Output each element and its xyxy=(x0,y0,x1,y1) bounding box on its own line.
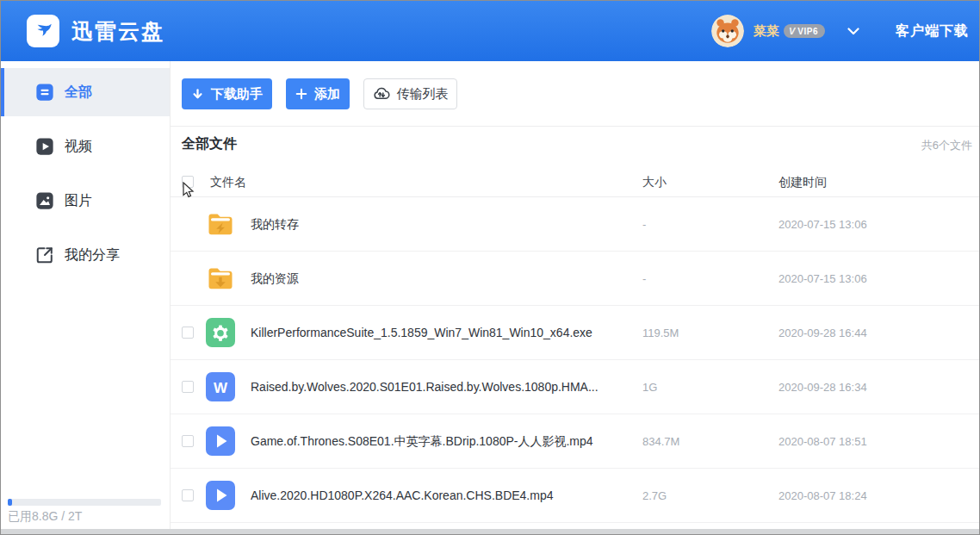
vip-level-label: VIP6 xyxy=(797,27,818,36)
select-all-checkbox[interactable] xyxy=(182,176,194,188)
file-name[interactable]: KillerPerformanceSuite_1.5.1859_Win7_Win… xyxy=(251,306,592,360)
sidebar-item-label: 我的分享 xyxy=(65,246,120,264)
file-list: 我的转存-2020-07-15 13:06我的资源-2020-07-15 13:… xyxy=(171,197,979,523)
file-date: 2020-09-28 16:34 xyxy=(778,360,867,414)
file-size: 119.5M xyxy=(642,306,679,360)
row-checkbox[interactable] xyxy=(182,489,194,501)
video-icon xyxy=(35,137,54,156)
section-title: 全部文件 xyxy=(182,135,237,153)
table-row[interactable]: 我的资源-2020-07-15 13:06 xyxy=(171,252,979,306)
transfer-list-button[interactable]: 传输列表 xyxy=(363,78,457,109)
table-row[interactable]: Alive.2020.HD1080P.X264.AAC.Korean.CHS.B… xyxy=(171,469,979,523)
chevron-down-icon[interactable] xyxy=(847,28,859,35)
column-header-created[interactable]: 创建时间 xyxy=(778,175,827,190)
table-row[interactable]: Game.of.Thrones.S08E01.中英字幕.BDrip.1080P-… xyxy=(171,414,979,469)
folder-transfer-icon xyxy=(205,208,236,240)
file-size: - xyxy=(642,197,646,252)
image-icon xyxy=(35,191,54,210)
column-header-name[interactable]: 文件名 xyxy=(210,175,246,190)
vip-v-icon: V xyxy=(789,26,795,36)
transfer-list-label: 传输列表 xyxy=(397,86,449,103)
file-date: 2020-09-28 16:44 xyxy=(778,306,867,360)
download-helper-button[interactable]: 下载助手 xyxy=(182,78,272,109)
svg-text:W: W xyxy=(214,380,228,396)
row-checkbox[interactable] xyxy=(182,435,194,447)
file-name[interactable]: Alive.2020.HD1080P.X264.AAC.Korean.CHS.B… xyxy=(251,469,554,523)
table-header: 文件名 大小 创建时间 xyxy=(171,169,979,197)
sidebar-nav: 全部视频图片我的分享 xyxy=(1,61,170,279)
main-content: 下载助手 添加 传输列表 全部文件 共6个文件 文件名 大小 创建时间 我的转存… xyxy=(171,61,979,534)
file-name[interactable]: Game.of.Thrones.S08E01.中英字幕.BDrip.1080P-… xyxy=(251,414,593,469)
sidebar-item-2[interactable]: 图片 xyxy=(1,177,170,225)
doc-w-icon: W xyxy=(205,371,236,402)
add-label: 添加 xyxy=(314,86,340,103)
file-date: 2020-07-15 13:06 xyxy=(778,252,867,306)
file-size: 834.7M xyxy=(642,414,679,469)
file-date: 2020-08-07 18:51 xyxy=(778,414,867,469)
header-right-area: 菜菜 V VIP6 客户端下载 xyxy=(711,1,971,61)
folder-download-icon xyxy=(205,263,236,294)
top-header: 迅雷云盘 菜菜 V VIP6 客户端下载 xyxy=(1,1,979,61)
file-name[interactable]: 我的转存 xyxy=(251,197,299,252)
table-row[interactable]: WRaised.by.Wolves.2020.S01E01.Raised.by.… xyxy=(171,360,979,414)
file-date: 2020-08-07 18:24 xyxy=(778,469,867,523)
file-name[interactable]: Raised.by.Wolves.2020.S01E01.Raised.by.W… xyxy=(251,360,599,414)
storage-progress-bar xyxy=(8,499,161,506)
row-checkbox[interactable] xyxy=(182,327,194,339)
sidebar-item-label: 图片 xyxy=(65,192,92,210)
user-avatar[interactable] xyxy=(711,15,744,47)
column-header-size[interactable]: 大小 xyxy=(642,175,667,190)
add-button[interactable]: 添加 xyxy=(286,78,350,109)
toolbar-divider xyxy=(171,126,979,127)
all-files-icon xyxy=(35,83,54,102)
client-download-link[interactable]: 客户端下载 xyxy=(896,22,969,40)
file-size: 2.7G xyxy=(642,469,667,523)
horizontal-scrollbar[interactable] xyxy=(1,529,979,534)
sidebar-item-0[interactable]: 全部 xyxy=(1,68,170,116)
plus-icon xyxy=(295,88,307,100)
video-play-icon xyxy=(205,480,236,511)
share-icon xyxy=(35,246,54,264)
table-row[interactable]: KillerPerformanceSuite_1.5.1859_Win7_Win… xyxy=(171,306,979,360)
app-title: 迅雷云盘 xyxy=(71,1,164,61)
video-play-icon xyxy=(205,426,236,457)
file-count-badge: 共6个文件 xyxy=(921,138,972,153)
download-helper-label: 下载助手 xyxy=(211,86,263,103)
cloud-transfer-icon xyxy=(373,85,390,103)
download-arrow-icon xyxy=(191,88,204,101)
sidebar-item-label: 视频 xyxy=(65,138,92,156)
xunlei-logo[interactable] xyxy=(27,15,59,47)
storage-progress-fill xyxy=(8,499,12,506)
sidebar-item-label: 全部 xyxy=(65,84,92,102)
xunlei-cloud-drive-window: 迅雷云盘 菜菜 V VIP6 客户端下载 全部视频图片我的分享 已用8.8G /… xyxy=(0,0,980,535)
file-name[interactable]: 我的资源 xyxy=(251,252,299,306)
storage-usage-text: 已用8.8G / 2T xyxy=(8,509,82,525)
sidebar: 全部视频图片我的分享 已用8.8G / 2T xyxy=(1,61,171,534)
table-row[interactable]: 我的转存-2020-07-15 13:06 xyxy=(171,197,979,252)
file-date: 2020-07-15 13:06 xyxy=(778,197,867,252)
file-size: - xyxy=(642,252,646,306)
vip-badge[interactable]: V VIP6 xyxy=(784,24,825,38)
file-size: 1G xyxy=(642,360,657,414)
sidebar-item-3[interactable]: 我的分享 xyxy=(1,231,170,279)
row-checkbox[interactable] xyxy=(182,381,194,393)
exe-gear-icon xyxy=(205,317,236,348)
username[interactable]: 菜菜 xyxy=(754,23,779,40)
xunlei-bird-icon xyxy=(32,20,54,42)
sidebar-item-1[interactable]: 视频 xyxy=(1,122,170,171)
